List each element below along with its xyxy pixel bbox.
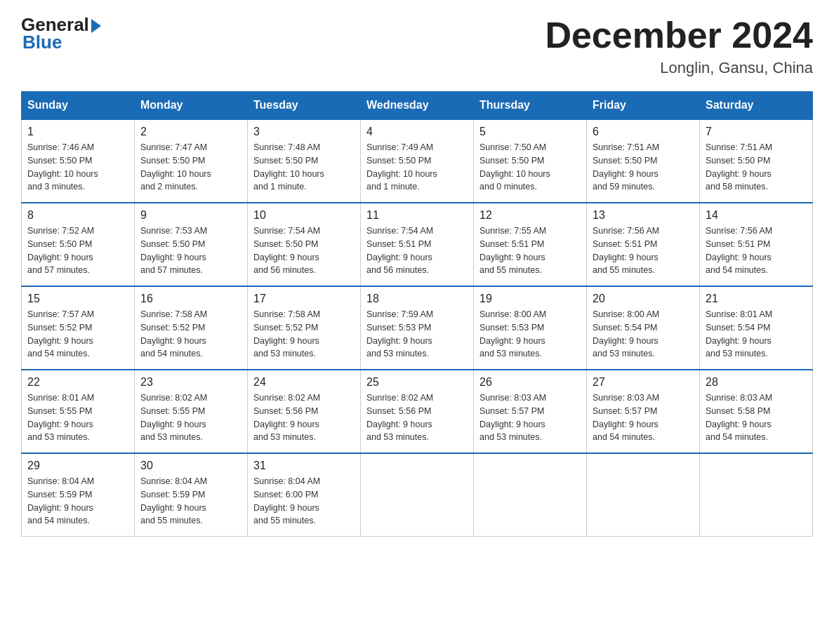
day-info: Sunrise: 7:51 AM Sunset: 5:50 PM Dayligh… [593, 141, 694, 194]
calendar-header: SundayMondayTuesdayWednesdayThursdayFrid… [22, 92, 813, 120]
day-info: Sunrise: 8:00 AM Sunset: 5:53 PM Dayligh… [479, 308, 581, 361]
day-number: 13 [593, 209, 694, 222]
calendar-cell: 21Sunrise: 8:01 AM Sunset: 5:54 PM Dayli… [700, 286, 813, 370]
day-number: 31 [253, 459, 355, 472]
calendar-cell: 5Sunrise: 7:50 AM Sunset: 5:50 PM Daylig… [474, 119, 587, 203]
day-info: Sunrise: 7:54 AM Sunset: 5:50 PM Dayligh… [253, 224, 355, 277]
day-number: 26 [479, 376, 581, 389]
day-info: Sunrise: 7:58 AM Sunset: 5:52 PM Dayligh… [253, 308, 355, 361]
calendar-table: SundayMondayTuesdayWednesdayThursdayFrid… [21, 91, 813, 537]
logo-blue-line2: Blue [22, 32, 102, 53]
calendar-cell: 17Sunrise: 7:58 AM Sunset: 5:52 PM Dayli… [248, 286, 361, 370]
weekday-header-saturday: Saturday [700, 92, 813, 120]
calendar-cell [361, 453, 474, 537]
day-number: 7 [706, 126, 807, 138]
weekday-header-friday: Friday [587, 92, 700, 120]
calendar-cell: 3Sunrise: 7:48 AM Sunset: 5:50 PM Daylig… [248, 119, 361, 203]
weekday-header-tuesday: Tuesday [248, 92, 361, 120]
calendar-cell: 6Sunrise: 7:51 AM Sunset: 5:50 PM Daylig… [587, 119, 700, 203]
calendar-cell [700, 453, 813, 537]
calendar-cell: 11Sunrise: 7:54 AM Sunset: 5:51 PM Dayli… [361, 203, 474, 286]
calendar-cell: 16Sunrise: 7:58 AM Sunset: 5:52 PM Dayli… [135, 286, 248, 370]
weekday-header-monday: Monday [135, 92, 248, 120]
calendar-cell: 4Sunrise: 7:49 AM Sunset: 5:50 PM Daylig… [361, 119, 474, 203]
calendar-cell: 14Sunrise: 7:56 AM Sunset: 5:51 PM Dayli… [700, 203, 813, 286]
title-block: December 2024 Longlin, Gansu, China [545, 14, 813, 77]
day-number: 30 [140, 459, 241, 472]
calendar-body: 1Sunrise: 7:46 AM Sunset: 5:50 PM Daylig… [22, 119, 813, 537]
day-info: Sunrise: 7:56 AM Sunset: 5:51 PM Dayligh… [593, 224, 694, 277]
day-info: Sunrise: 7:58 AM Sunset: 5:52 PM Dayligh… [140, 308, 241, 361]
month-title: December 2024 [545, 14, 813, 56]
weekday-header-thursday: Thursday [474, 92, 587, 120]
day-number: 29 [27, 459, 128, 472]
calendar-cell: 22Sunrise: 8:01 AM Sunset: 5:55 PM Dayli… [22, 370, 135, 453]
calendar-cell: 30Sunrise: 8:04 AM Sunset: 5:59 PM Dayli… [135, 453, 248, 537]
calendar-week-row: 15Sunrise: 7:57 AM Sunset: 5:52 PM Dayli… [22, 286, 813, 370]
calendar-cell [587, 453, 700, 537]
day-info: Sunrise: 8:01 AM Sunset: 5:54 PM Dayligh… [706, 308, 807, 361]
day-number: 27 [593, 376, 694, 389]
calendar-week-row: 1Sunrise: 7:46 AM Sunset: 5:50 PM Daylig… [22, 119, 813, 203]
day-info: Sunrise: 8:03 AM Sunset: 5:57 PM Dayligh… [593, 391, 694, 444]
day-info: Sunrise: 7:57 AM Sunset: 5:52 PM Dayligh… [27, 308, 128, 361]
day-number: 2 [140, 126, 241, 138]
calendar-cell: 31Sunrise: 8:04 AM Sunset: 6:00 PM Dayli… [248, 453, 361, 537]
day-info: Sunrise: 8:04 AM Sunset: 6:00 PM Dayligh… [253, 475, 355, 528]
day-info: Sunrise: 7:55 AM Sunset: 5:51 PM Dayligh… [479, 224, 581, 277]
day-number: 20 [593, 293, 694, 305]
day-number: 8 [27, 209, 128, 222]
day-number: 12 [479, 209, 581, 222]
day-info: Sunrise: 8:02 AM Sunset: 5:55 PM Dayligh… [140, 391, 241, 444]
weekday-header-wednesday: Wednesday [361, 92, 474, 120]
day-info: Sunrise: 8:02 AM Sunset: 5:56 PM Dayligh… [253, 391, 355, 444]
calendar-cell: 12Sunrise: 7:55 AM Sunset: 5:51 PM Dayli… [474, 203, 587, 286]
day-number: 10 [253, 209, 355, 222]
day-info: Sunrise: 7:53 AM Sunset: 5:50 PM Dayligh… [140, 224, 241, 277]
calendar-cell: 26Sunrise: 8:03 AM Sunset: 5:57 PM Dayli… [474, 370, 587, 453]
day-number: 23 [140, 376, 241, 389]
calendar-cell: 19Sunrise: 8:00 AM Sunset: 5:53 PM Dayli… [474, 286, 587, 370]
day-info: Sunrise: 7:48 AM Sunset: 5:50 PM Dayligh… [253, 141, 355, 194]
calendar-cell: 28Sunrise: 8:03 AM Sunset: 5:58 PM Dayli… [700, 370, 813, 453]
calendar-cell: 1Sunrise: 7:46 AM Sunset: 5:50 PM Daylig… [22, 119, 135, 203]
day-info: Sunrise: 7:52 AM Sunset: 5:50 PM Dayligh… [27, 224, 128, 277]
day-number: 4 [366, 126, 468, 138]
day-info: Sunrise: 7:50 AM Sunset: 5:50 PM Dayligh… [479, 141, 581, 194]
day-info: Sunrise: 8:04 AM Sunset: 5:59 PM Dayligh… [140, 475, 241, 528]
calendar-cell [474, 453, 587, 537]
day-info: Sunrise: 8:03 AM Sunset: 5:57 PM Dayligh… [479, 391, 581, 444]
day-info: Sunrise: 8:01 AM Sunset: 5:55 PM Dayligh… [27, 391, 128, 444]
calendar-cell: 15Sunrise: 7:57 AM Sunset: 5:52 PM Dayli… [22, 286, 135, 370]
day-number: 24 [253, 376, 355, 389]
day-number: 9 [140, 209, 241, 222]
day-number: 16 [140, 293, 241, 305]
day-info: Sunrise: 8:03 AM Sunset: 5:58 PM Dayligh… [706, 391, 807, 444]
page-header: General Blue December 2024 Longlin, Gans… [21, 14, 813, 77]
day-info: Sunrise: 8:00 AM Sunset: 5:54 PM Dayligh… [593, 308, 694, 361]
calendar-cell: 24Sunrise: 8:02 AM Sunset: 5:56 PM Dayli… [248, 370, 361, 453]
day-info: Sunrise: 7:47 AM Sunset: 5:50 PM Dayligh… [140, 141, 241, 194]
calendar-cell: 8Sunrise: 7:52 AM Sunset: 5:50 PM Daylig… [22, 203, 135, 286]
location-text: Longlin, Gansu, China [545, 59, 813, 77]
day-info: Sunrise: 7:56 AM Sunset: 5:51 PM Dayligh… [706, 224, 807, 277]
day-number: 3 [253, 126, 355, 138]
calendar-cell: 29Sunrise: 8:04 AM Sunset: 5:59 PM Dayli… [22, 453, 135, 537]
calendar-week-row: 22Sunrise: 8:01 AM Sunset: 5:55 PM Dayli… [22, 370, 813, 453]
calendar-cell: 7Sunrise: 7:51 AM Sunset: 5:50 PM Daylig… [700, 119, 813, 203]
day-info: Sunrise: 7:54 AM Sunset: 5:51 PM Dayligh… [366, 224, 468, 277]
calendar-cell: 13Sunrise: 7:56 AM Sunset: 5:51 PM Dayli… [587, 203, 700, 286]
calendar-week-row: 29Sunrise: 8:04 AM Sunset: 5:59 PM Dayli… [22, 453, 813, 537]
calendar-week-row: 8Sunrise: 7:52 AM Sunset: 5:50 PM Daylig… [22, 203, 813, 286]
day-number: 15 [27, 293, 128, 305]
calendar-cell: 25Sunrise: 8:02 AM Sunset: 5:56 PM Dayli… [361, 370, 474, 453]
calendar-cell: 10Sunrise: 7:54 AM Sunset: 5:50 PM Dayli… [248, 203, 361, 286]
day-info: Sunrise: 7:59 AM Sunset: 5:53 PM Dayligh… [366, 308, 468, 361]
weekday-header-row: SundayMondayTuesdayWednesdayThursdayFrid… [22, 92, 813, 120]
day-number: 25 [366, 376, 468, 389]
day-number: 21 [706, 293, 807, 305]
calendar-cell: 18Sunrise: 7:59 AM Sunset: 5:53 PM Dayli… [361, 286, 474, 370]
day-number: 19 [479, 293, 581, 305]
day-info: Sunrise: 7:49 AM Sunset: 5:50 PM Dayligh… [366, 141, 468, 194]
day-number: 18 [366, 293, 468, 305]
